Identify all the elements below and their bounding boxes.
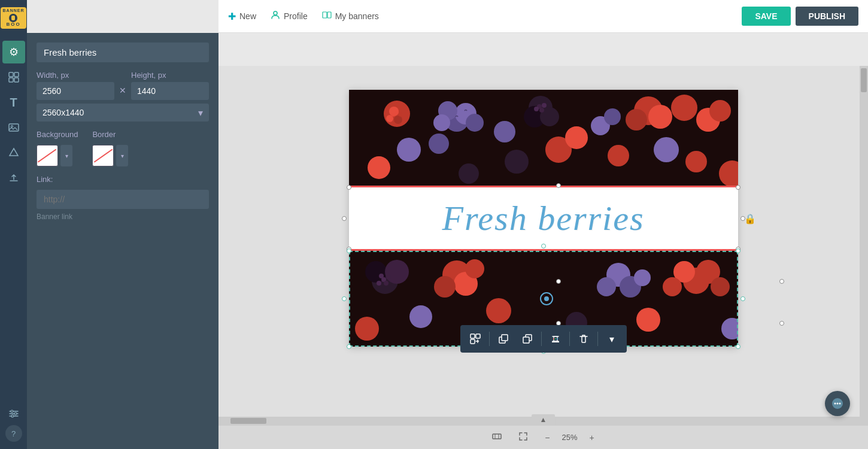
svg-point-54 — [459, 163, 479, 184]
svg-point-38 — [626, 109, 647, 131]
link-input[interactable] — [37, 190, 209, 209]
text-panel: Fresh berries 🔒 — [349, 186, 738, 251]
nav-my-banners[interactable]: My banners — [322, 10, 379, 22]
height-label: Height, px — [131, 71, 209, 80]
banner-preview: Fresh berries 🔒 — [349, 90, 738, 347]
nav-new[interactable]: ✚ New — [228, 11, 256, 22]
link-section: Link: Banner link — [37, 175, 209, 221]
sidebar-icon-settings[interactable]: ⚙ — [2, 41, 25, 63]
svg-point-70 — [544, 296, 549, 301]
svg-point-35 — [534, 107, 539, 111]
nav-banners-label: My banners — [335, 11, 379, 21]
background-color-swatch[interactable] — [37, 145, 58, 166]
preset-select[interactable]: 2560x1440 1920x1080 1280x720 800x600 — [37, 104, 209, 122]
svg-rect-86 — [471, 334, 475, 338]
svg-rect-90 — [475, 341, 479, 342]
canvas-expand-button[interactable] — [514, 429, 533, 445]
bottom-sel-handle-tr[interactable] — [736, 248, 740, 253]
vertical-scrollbar[interactable] — [860, 66, 868, 425]
banner-title-input[interactable] — [37, 43, 209, 62]
toolbar-delete-button[interactable] — [572, 327, 595, 350]
toolbar-layer-up-button[interactable] — [492, 327, 515, 350]
nav-profile-icon — [271, 10, 280, 22]
svg-point-21 — [395, 111, 399, 114]
border-color-controls: ▾ — [92, 145, 128, 166]
svg-point-53 — [368, 156, 390, 179]
sel-handle-top-left[interactable] — [347, 185, 351, 190]
border-color-swatch[interactable] — [92, 145, 114, 166]
nav-new-label: New — [239, 11, 256, 21]
save-button[interactable]: SAVE — [742, 7, 790, 26]
bottom-sel-handle-bl[interactable] — [347, 344, 351, 349]
svg-point-59 — [385, 260, 409, 284]
top-nav: ✚ New Profile My — [218, 0, 868, 33]
sidebar-icon-image[interactable] — [2, 116, 25, 139]
icon-sidebar-items: ⚙ T — [0, 36, 27, 425]
height-input[interactable] — [131, 82, 209, 100]
canvas-zoom-in-button[interactable]: + — [585, 430, 599, 445]
toolbar-sep-1 — [489, 332, 490, 346]
icon-sidebar: BANNER BOO ⚙ T — [0, 0, 27, 449]
toolbar-add-button[interactable] — [464, 327, 487, 350]
dimension-separator: ✕ — [119, 86, 126, 95]
svg-point-80 — [409, 305, 432, 328]
sidebar-icon-layout[interactable] — [2, 66, 25, 89]
banner-text: Fresh berries — [442, 198, 645, 238]
bottom-sel-handle-right[interactable] — [740, 296, 745, 301]
toolbar-paint-button[interactable] — [544, 327, 567, 350]
svg-point-79 — [663, 277, 682, 296]
svg-point-48 — [565, 126, 588, 149]
outer-handle-left[interactable] — [556, 183, 561, 188]
toolbar-more-button[interactable]: ▾ — [600, 327, 623, 350]
svg-point-22 — [399, 113, 402, 117]
svg-point-11 — [11, 415, 14, 417]
lock-icon: 🔒 — [744, 213, 756, 224]
width-input[interactable] — [37, 82, 114, 100]
color-section: Background ▾ Border ▾ — [37, 130, 209, 166]
collapse-arrow-button[interactable]: ▲ — [532, 414, 556, 425]
sel-handle-top-right[interactable] — [736, 185, 740, 190]
svg-rect-94 — [523, 337, 529, 343]
dimensions-section: Width, px ✕ Height, px 2560x1440 1920x10… — [37, 71, 209, 122]
svg-point-43 — [604, 108, 621, 125]
bottom-sel-handle-top[interactable] — [541, 244, 546, 248]
svg-point-64 — [377, 281, 381, 286]
nav-profile[interactable]: Profile — [271, 10, 308, 22]
svg-point-12 — [274, 11, 277, 15]
icon-sidebar-bottom: ? — [5, 425, 22, 449]
canvas-zoom-out-button[interactable]: − — [540, 430, 554, 445]
background-color-dropdown[interactable]: ▾ — [60, 145, 72, 166]
outer-handle-lower-right[interactable] — [779, 321, 784, 326]
svg-point-44 — [494, 121, 515, 142]
sidebar-icon-text[interactable]: T — [2, 91, 25, 114]
svg-point-103 — [837, 403, 839, 405]
bottom-sel-handle-left[interactable] — [342, 296, 347, 301]
border-color-dropdown[interactable]: ▾ — [116, 145, 128, 166]
svg-point-83 — [636, 308, 660, 332]
background-label: Background — [37, 130, 78, 139]
outer-handle-mid-right[interactable] — [779, 279, 784, 284]
sel-handle-mid-left[interactable] — [342, 216, 347, 221]
svg-point-18 — [399, 105, 407, 113]
svg-point-61 — [386, 275, 391, 280]
svg-point-37 — [648, 105, 672, 129]
svg-point-39 — [671, 95, 697, 121]
chat-bubble-button[interactable] — [825, 391, 850, 416]
bottom-sel-handle-tl[interactable] — [347, 248, 351, 253]
sidebar-icon-upload[interactable] — [2, 166, 25, 189]
svg-point-104 — [839, 403, 841, 405]
bottom-sel-handle-br[interactable] — [736, 344, 740, 349]
publish-button[interactable]: PUBLISH — [796, 7, 858, 26]
nav-profile-label: Profile — [284, 11, 308, 21]
svg-point-96 — [555, 338, 556, 339]
sidebar-icon-filters[interactable] — [2, 402, 25, 425]
canvas-area: Fresh berries 🔒 — [218, 66, 868, 449]
canvas-fit-button[interactable] — [487, 429, 506, 445]
canvas-controls: − 25% + — [218, 425, 868, 449]
help-button[interactable]: ? — [5, 425, 22, 442]
sidebar-icon-shapes[interactable] — [2, 141, 25, 164]
outer-handle-mid-left[interactable] — [556, 279, 561, 284]
background-color-controls: ▾ — [37, 145, 78, 166]
svg-point-41 — [709, 100, 731, 122]
toolbar-layer-down-button[interactable] — [516, 327, 539, 350]
